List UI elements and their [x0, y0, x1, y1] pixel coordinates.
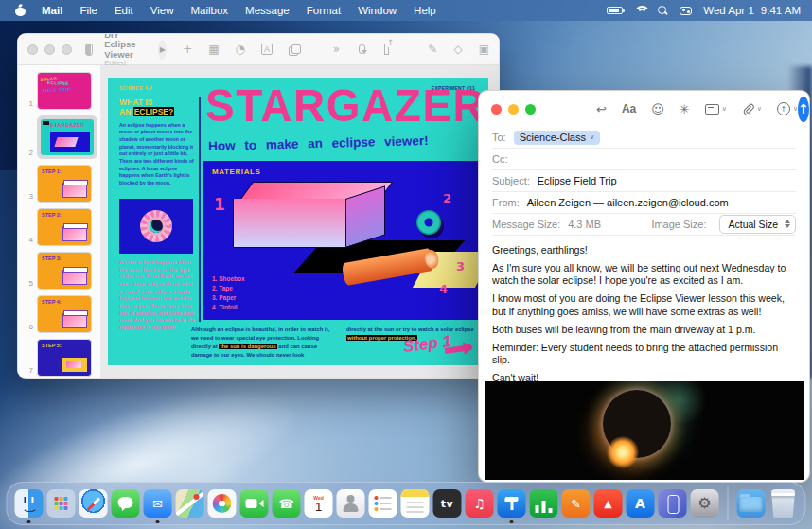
dock-reminders[interactable]: [369, 489, 397, 518]
attach-button[interactable]: ∨: [742, 103, 762, 115]
science-tag: SCIENCE 4.2: [119, 85, 152, 91]
dock-launchpad[interactable]: [47, 489, 76, 518]
minimize-button[interactable]: [508, 104, 519, 115]
from-field[interactable]: From: Aileen Zeigen — aileen.zeigen@iclo…: [492, 192, 796, 214]
maildrop-icon: ↑: [777, 102, 790, 115]
to-field[interactable]: To: Science-Class ∨: [492, 127, 796, 149]
undo-icon[interactable]: ↩: [596, 102, 607, 116]
emoji-icon[interactable]: ☺: [651, 102, 664, 116]
insert-button[interactable]: +: [183, 43, 192, 56]
cc-field[interactable]: Cc:: [492, 149, 796, 170]
dock-contacts[interactable]: [337, 489, 365, 518]
format-brush-icon[interactable]: ✎: [428, 43, 437, 56]
wifi-icon[interactable]: [634, 6, 646, 15]
seal-icon[interactable]: ✳: [680, 102, 690, 116]
cc-label: Cc:: [492, 153, 508, 165]
dock-safari[interactable]: [79, 489, 108, 518]
close-button[interactable]: [491, 104, 502, 115]
toolbar-overflow-icon[interactable]: »: [333, 43, 340, 56]
zoom-button[interactable]: [525, 104, 536, 115]
close-button[interactable]: [27, 44, 38, 55]
slide-thumbnail-7[interactable]: STEP 5:: [37, 339, 92, 377]
play-button[interactable]: ▶: [158, 40, 167, 60]
dock-mail[interactable]: ✉: [144, 489, 172, 518]
appstore-a-glyph: A: [635, 497, 645, 510]
dock-pages[interactable]: ✎: [562, 489, 591, 518]
eclipse-photo-attachment[interactable]: [485, 381, 804, 480]
animate-icon[interactable]: ◇: [453, 43, 462, 56]
numbers-icon: [530, 489, 558, 518]
minimize-button[interactable]: [44, 44, 55, 55]
menu-window[interactable]: Window: [349, 0, 405, 21]
rocket-glyph: ▲: [604, 499, 611, 509]
menu-format[interactable]: Format: [298, 0, 349, 21]
table-icon[interactable]: ▦: [208, 43, 219, 56]
thumb-art: [62, 183, 87, 198]
dock-facetime[interactable]: [240, 489, 269, 518]
menu-file[interactable]: File: [71, 0, 106, 21]
mail-icon: ✉: [144, 489, 172, 518]
menu-message[interactable]: Message: [237, 0, 298, 21]
slide-thumbnail-4[interactable]: STEP 2:: [37, 208, 92, 246]
slide-thumb-row: 5 STEP 3:: [18, 252, 100, 290]
menu-mailbox[interactable]: Mailbox: [182, 0, 237, 21]
battery-icon[interactable]: [607, 7, 623, 14]
dock-system-settings[interactable]: ⚙: [691, 489, 719, 518]
text-box-icon[interactable]: A: [261, 44, 273, 55]
mail-titlebar[interactable]: ↩ Aa ☺ ✳ ∨ ∨ ↑ ∨ ↑: [479, 91, 809, 127]
tv-glyph: tv: [441, 499, 453, 509]
dock-schoolwork[interactable]: ▲: [594, 489, 623, 518]
message-size-value: 4.3 MB: [568, 219, 601, 230]
send-button[interactable]: ↑: [798, 97, 809, 122]
safari-icon: [79, 489, 108, 518]
menu-app-name[interactable]: Mail: [33, 0, 71, 21]
sidebar-toggle-icon[interactable]: [85, 44, 93, 56]
shapes-icon[interactable]: [289, 44, 293, 54]
comment-icon[interactable]: [359, 44, 365, 54]
dock-iphone-mirroring[interactable]: [659, 489, 687, 518]
apple-menu-icon[interactable]: [15, 5, 26, 16]
dock-app-store[interactable]: A: [627, 489, 655, 518]
image-size-select[interactable]: Actual Size: [719, 215, 796, 234]
spotlight-search-icon[interactable]: [658, 6, 668, 16]
slide-thumbnail-6[interactable]: STEP 4:: [37, 295, 92, 333]
slide-number: 2: [18, 149, 33, 159]
dock-calendar[interactable]: Wed1: [305, 489, 333, 518]
dock-music[interactable]: ♫: [466, 489, 494, 518]
stargazer-slide[interactable]: SCIENCE 4.2 EXPERIMENT #11 WHAT IS AN EC…: [108, 78, 488, 365]
menu-edit[interactable]: Edit: [106, 0, 142, 21]
slide-thumbnail-5[interactable]: STEP 3:: [37, 252, 92, 290]
dock-maps[interactable]: [176, 489, 204, 518]
dock-messages[interactable]: [112, 489, 140, 518]
dock-tv[interactable]: tv: [433, 489, 462, 518]
control-center-icon[interactable]: [680, 7, 692, 15]
select-arrows-icon: [785, 217, 790, 231]
dock-keynote[interactable]: [498, 489, 526, 518]
dock-finder[interactable]: [15, 489, 44, 518]
recipient-token[interactable]: Science-Class ∨: [514, 131, 600, 145]
menu-bar: Mail File Edit View Mailbox Message Form…: [0, 0, 812, 21]
slide-thumbnail-1[interactable]: SOLAR ECLIPSE FIELD TRIP!: [37, 72, 92, 110]
document-setup-icon[interactable]: ▣: [479, 43, 489, 56]
format-icon[interactable]: Aa: [622, 102, 636, 115]
slide-thumbnail-2-selected[interactable]: STARGAZER: [40, 118, 95, 156]
notes-icon: [401, 489, 430, 518]
sun-illustration-box: [119, 199, 193, 254]
menu-clock[interactable]: Wed Apr 1 9:41 AM: [703, 5, 801, 16]
dock-photos[interactable]: [208, 489, 237, 518]
share-icon[interactable]: ↑: [384, 44, 390, 55]
subject-field[interactable]: Subject: Eclipse Field Trip: [492, 170, 796, 192]
zoom-button[interactable]: [62, 44, 72, 55]
keynote-titlebar[interactable]: DIY Eclipse Viewer Edited ▶ + ▦ ◔ A » ↑ …: [18, 34, 499, 65]
menu-help[interactable]: Help: [405, 0, 445, 21]
header-fields-button[interactable]: ∨: [705, 104, 727, 115]
dock-numbers[interactable]: [530, 489, 558, 518]
menu-view[interactable]: View: [142, 0, 183, 21]
maildrop-button[interactable]: ↑ ∨: [777, 102, 798, 115]
dock-downloads[interactable]: [737, 489, 766, 518]
dock-notes[interactable]: [401, 489, 430, 518]
dock-phone[interactable]: ☎: [273, 489, 301, 518]
slide-thumbnail-3[interactable]: STEP 1:: [37, 165, 92, 203]
dock-trash[interactable]: [769, 489, 798, 518]
chart-icon[interactable]: ◔: [236, 43, 245, 56]
